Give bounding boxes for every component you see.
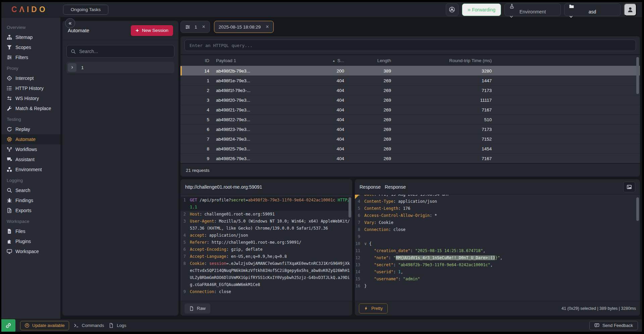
search-icon — [7, 188, 12, 193]
forwarding-button[interactable]: » Forwarding — [462, 3, 501, 16]
table-row[interactable]: 5ab498f22-79e3...404269510 — [180, 114, 640, 124]
sidebar-item-scopes[interactable]: Scopes — [1, 42, 60, 52]
sidebar-item-search[interactable]: Search — [1, 185, 60, 195]
code-line: 4Content-Type: application/json — [355, 198, 640, 205]
cell: ab498f21-79e3... — [209, 107, 294, 112]
sidebar-item-files[interactable]: Files — [1, 226, 60, 236]
update-available-button[interactable]: Update available — [20, 321, 69, 330]
response-viewer[interactable]: 3Date: Fri, 15 Aug 2025 15:08:34 GMT4Con… — [355, 195, 640, 301]
sidebar-item-replay[interactable]: Replay — [1, 124, 60, 134]
ongoing-tasks-button[interactable]: Ongoing Tasks — [63, 5, 108, 15]
sidebar-item-workspace[interactable]: Workspace — [1, 246, 60, 256]
sidebar-item-environment[interactable]: Environment — [1, 164, 60, 175]
chevron-right-icon[interactable]: › — [68, 63, 76, 72]
sidebar-item-plugins[interactable]: Plugins — [1, 236, 60, 246]
sidebar-item-exports[interactable]: Exports — [1, 205, 60, 216]
caido-logo: CΛIDO — [11, 5, 48, 14]
project-dropdown[interactable]: asd — [564, 3, 621, 16]
table-row[interactable]: 8ab498f25-79e3...4042691454 — [180, 144, 640, 153]
sort-asc-icon: ▲ — [332, 59, 335, 62]
new-session-button[interactable]: + New Session — [131, 25, 173, 36]
page-title: Automate — [68, 28, 89, 33]
sidebar-item-label: Match & Replace — [15, 106, 51, 111]
sidebar-item-sitemap[interactable]: Sitemap — [1, 32, 60, 42]
logs-button[interactable]: Logs — [109, 323, 126, 328]
table-row[interactable]: 6ab498f23-79e3...4042697173 — [180, 124, 640, 134]
result-tab[interactable]: 2025-08-15 18:08:29 × — [214, 21, 274, 33]
cell: 9 — [180, 156, 209, 161]
session-list: › 1 — [62, 61, 178, 74]
chat-icon — [7, 157, 12, 162]
search-input[interactable] — [79, 49, 170, 54]
cell: ab498f1e-79e3... — [209, 78, 294, 83]
response-footer: Pretty 41 (0x29) selected | 389 bytes | … — [355, 301, 640, 316]
sidebar-item-label: WS History — [15, 96, 39, 101]
column-header-id[interactable]: ID — [180, 58, 209, 63]
column-header-payload-1[interactable]: Payload 1 — [209, 58, 294, 63]
session-row[interactable]: › 1 — [66, 62, 174, 73]
sidebar-item-label: Scopes — [15, 45, 31, 50]
cell: 269 — [344, 137, 391, 142]
table-row[interactable]: 3ab498f20-79e3...40426911117 — [180, 95, 640, 105]
raw-view-button[interactable]: Raw — [184, 303, 210, 314]
table-scrollbar[interactable] — [636, 56, 639, 162]
sidebar-item-ws-history[interactable]: WS History — [1, 93, 60, 103]
media-preview-button[interactable] — [623, 182, 635, 192]
selection-marker — [355, 195, 359, 199]
sidebar-item-label: Intercept — [15, 76, 34, 81]
collapse-sidebar-button[interactable]: « — [65, 18, 75, 28]
close-icon[interactable]: × — [265, 24, 269, 30]
export-icon — [7, 208, 12, 213]
request-footer: Raw — [180, 301, 352, 316]
table-row[interactable]: 2ab498f1f-79e3-...4042697173 — [180, 85, 640, 95]
column-header-round-trip-time-ms-[interactable]: Round-trip Time (ms) — [391, 58, 492, 63]
request-scrollbar[interactable] — [348, 195, 351, 300]
environment-dropdown[interactable]: Environment — [504, 3, 561, 16]
cell: ab498f2b-79e3... — [209, 68, 294, 74]
cell: 1454 — [391, 146, 492, 151]
column-header-length[interactable]: Length — [344, 58, 391, 63]
code-line: 3User-Agent: Mozilla/5.0 (Windows NT 10.… — [180, 218, 352, 232]
browser-button[interactable] — [446, 3, 459, 16]
table-row[interactable]: 9ab498f26-79e3...4042697167 — [180, 153, 640, 163]
sidebar-section-label: Testing — [1, 113, 60, 124]
code-line: 16} — [355, 283, 640, 290]
sidebar-item-automate[interactable]: Automate — [1, 134, 60, 144]
table-row[interactable]: 4ab498f21-79e3...4042697167 — [180, 105, 640, 114]
sidebar-item-assistant[interactable]: Assistant — [1, 154, 60, 164]
content-area: 1 × 2025-08-15 18:08:29 × IDPayload 1▲S.… — [180, 21, 640, 316]
column-header-s-[interactable]: ▲S... — [294, 58, 344, 63]
httpql-query-input[interactable] — [184, 40, 636, 51]
cell: 404 — [294, 107, 344, 112]
sidebar-item-http-history[interactable]: HTTP History — [1, 83, 60, 93]
sidebar-item-filters[interactable]: Filters — [1, 52, 60, 62]
sidebar-item-workflows[interactable]: Workflows — [1, 144, 60, 154]
chip-icon — [7, 137, 12, 142]
target-icon — [7, 76, 12, 81]
sidebar-item-label: HTTP History — [15, 86, 44, 91]
sidebar-item-findings[interactable]: Findings — [1, 195, 60, 205]
table-row[interactable]: 14ab498f2b-79e3...2003893280 — [180, 66, 640, 76]
close-icon[interactable]: × — [202, 24, 205, 30]
sidebar-item-match-replace[interactable]: Match & Replace — [1, 103, 60, 113]
table-row[interactable]: 1ab498f1e-79e3...4042691447 — [180, 76, 640, 85]
update-label: Update available — [32, 323, 65, 328]
request-editor[interactable]: 1GET /api/profile?secret=ab498f2b-79e3-1… — [180, 195, 352, 301]
code-line: 7Accept-Language: en-US,en;q=0.9,he;q=0.… — [180, 253, 352, 260]
sidebar-item-intercept[interactable]: Intercept — [1, 73, 60, 83]
cell: 404 — [294, 127, 344, 132]
session-config-tab[interactable]: 1 × — [180, 21, 210, 33]
link-button[interactable] — [1, 319, 15, 332]
commands-button[interactable]: Commands — [74, 323, 104, 328]
account-button[interactable] — [624, 3, 637, 16]
cell: 1 — [180, 78, 209, 83]
table-rows: 14ab498f2b-79e3...20038932801ab498f1e-79… — [180, 66, 640, 163]
pretty-view-button[interactable]: Pretty — [359, 303, 388, 314]
topbar-right: » Forwarding Environment asd — [446, 3, 637, 16]
sidebar-item-label: Workflows — [15, 147, 37, 152]
response-scrollbar[interactable] — [636, 195, 639, 300]
table-row[interactable]: 7ab498f24-79e3...4042697152 — [180, 134, 640, 144]
detail-panels: http://challenge01.root-me.org:59091 1GE… — [180, 179, 640, 316]
send-feedback-button[interactable]: Send Feedback — [589, 321, 638, 330]
httpql-query-bar — [180, 36, 640, 54]
